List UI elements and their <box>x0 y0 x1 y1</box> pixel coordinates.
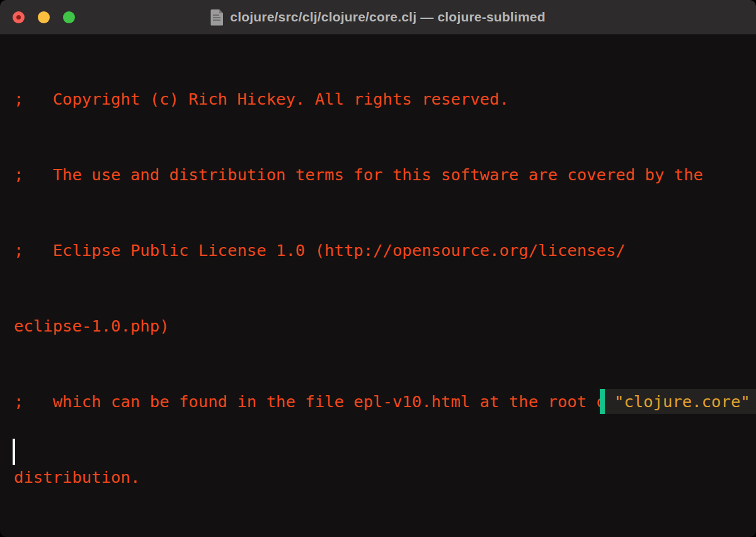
window-controls <box>13 0 75 34</box>
zoom-button[interactable] <box>63 11 75 23</box>
unsaved-changes-indicator-icon <box>16 15 21 20</box>
text-cursor <box>13 439 15 465</box>
eval-result-marker <box>600 389 605 414</box>
comment-line-wrapped: distribution. <box>14 465 756 490</box>
eval-result-panel: "clojure.core" <box>600 389 756 414</box>
comment-line: ; The use and distribution terms for thi… <box>14 162 756 187</box>
close-button[interactable] <box>13 11 25 23</box>
document-icon <box>210 9 224 26</box>
title-group: clojure/src/clj/clojure/core.clj — cloju… <box>210 9 545 26</box>
app-window: clojure/src/clj/clojure/core.clj — cloju… <box>0 0 756 537</box>
minimize-button[interactable] <box>38 11 50 23</box>
code-editor[interactable]: ; Copyright (c) Rich Hickey. All rights … <box>0 35 756 536</box>
comment-line: ; Copyright (c) Rich Hickey. All rights … <box>14 86 756 112</box>
comment-line-wrapped: eclipse-1.0.php) <box>14 313 756 338</box>
eval-result-value: "clojure.core" <box>605 389 750 414</box>
window-title: clojure/src/clj/clojure/core.clj — cloju… <box>230 9 545 25</box>
title-bar: clojure/src/clj/clojure/core.clj — cloju… <box>0 0 756 35</box>
comment-line: ; Eclipse Public License 1.0 (http://ope… <box>14 238 756 263</box>
